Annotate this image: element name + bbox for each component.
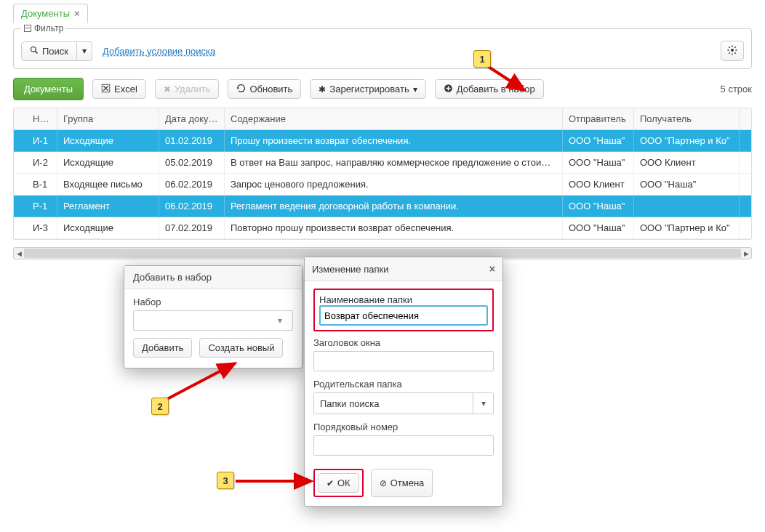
- cell: [14, 152, 25, 174]
- window-title-input[interactable]: [313, 351, 494, 371]
- change-folder-dialog: Изменение папки × Наименование папки Заг…: [304, 257, 503, 507]
- cell: В ответ на Ваш запрос, направляю коммерч…: [225, 152, 563, 174]
- cell: Р-1: [25, 196, 57, 217]
- excel-icon: [101, 84, 111, 94]
- order-num-input[interactable]: [313, 435, 494, 456]
- table-row[interactable]: И-1Исходящие01.02.2019Прошу произвести в…: [14, 130, 751, 152]
- cell: Регламент ведения договорной работы в ко…: [225, 196, 563, 217]
- annotation-arrow-2: [164, 359, 244, 403]
- excel-button-label: Excel: [114, 84, 137, 94]
- cell: И-2: [25, 152, 57, 174]
- table-row[interactable]: И-2Исходящие05.02.2019В ответ на Ваш зап…: [14, 152, 751, 174]
- annotation-arrow-3: [233, 472, 320, 490]
- window-title-label: Заголовок окна: [313, 337, 494, 348]
- cell: ООО "Наша": [634, 174, 740, 196]
- set-field-label: Набор: [133, 297, 293, 307]
- svg-point-0: [31, 47, 36, 52]
- cell: Запрос ценового предложения.: [225, 174, 563, 196]
- cell: ООО Клиент: [563, 174, 634, 196]
- annotation-badge-1: 1: [473, 50, 491, 68]
- search-split-button[interactable]: Поиск: [21, 41, 92, 61]
- register-button[interactable]: ✱ Зарегистрировать: [310, 79, 425, 99]
- filter-legend: Фильтр: [21, 23, 66, 33]
- tab-label: Документы: [21, 8, 70, 19]
- add-to-set-dialog: Добавить в набор Набор Добавить Создать …: [124, 265, 303, 368]
- order-num-label: Порядковый номер: [313, 422, 494, 432]
- svg-line-1: [36, 52, 38, 54]
- settings-button[interactable]: [721, 41, 744, 61]
- svg-marker-12: [237, 88, 239, 90]
- cell: ООО Клиент: [634, 152, 740, 174]
- cell: ООО "Наша": [563, 196, 634, 217]
- asterisk-icon: ✱: [319, 85, 326, 94]
- col-group[interactable]: Группа: [57, 108, 159, 129]
- close-icon[interactable]: ×: [489, 263, 495, 275]
- tab-documents[interactable]: Документы ×: [13, 4, 88, 23]
- plus-circle-icon: [444, 84, 453, 94]
- excel-button[interactable]: Excel: [92, 79, 146, 99]
- ban-icon: ⊘: [380, 479, 387, 488]
- set-combo[interactable]: [133, 310, 293, 331]
- folder-name-input[interactable]: [319, 305, 488, 326]
- cell: 06.02.2019: [159, 174, 225, 196]
- delete-button[interactable]: ✖ Удалить: [155, 79, 220, 99]
- parent-folder-label: Родительская папка: [313, 379, 494, 390]
- create-new-button[interactable]: Создать новый: [199, 338, 283, 358]
- svg-line-17: [167, 363, 235, 399]
- cell: И-3: [25, 217, 57, 239]
- documents-button[interactable]: Документы: [13, 78, 84, 100]
- add-search-condition-link[interactable]: Добавить условие поиска: [103, 46, 215, 57]
- cell: [14, 174, 25, 196]
- documents-grid: Номер Группа Дата документа Содержание О…: [13, 108, 752, 240]
- check-icon: ✔: [327, 479, 334, 488]
- col-content[interactable]: Содержание: [225, 108, 563, 129]
- cell: [740, 130, 751, 152]
- cell: В-1: [25, 174, 57, 196]
- svg-line-9: [734, 47, 735, 47]
- parent-folder-value: Папки поиска: [320, 398, 379, 409]
- svg-point-2: [731, 49, 734, 52]
- col-num[interactable]: Номер: [25, 108, 57, 129]
- search-dropdown-caret[interactable]: [77, 41, 92, 61]
- cell: [740, 217, 751, 239]
- row-count: 5 строк: [721, 84, 752, 94]
- cancel-button[interactable]: ⊘ Отмена: [371, 469, 433, 497]
- refresh-icon: [236, 84, 246, 94]
- register-button-label: Зарегистрировать: [329, 84, 409, 94]
- col-receiver[interactable]: Получатель: [634, 108, 740, 129]
- cell: [14, 130, 25, 152]
- svg-line-8: [734, 52, 735, 53]
- ok-button[interactable]: ✔ ОК: [318, 473, 359, 493]
- refresh-button[interactable]: Обновить: [228, 79, 301, 99]
- scroll-right-icon[interactable]: ▶: [741, 248, 751, 259]
- add-button[interactable]: Добавить: [133, 338, 192, 358]
- dialog-title: Добавить в набор: [124, 266, 302, 289]
- annotation-badge-2: 2: [151, 398, 169, 415]
- cell: ООО "Партнер и Ко": [634, 217, 740, 239]
- cell: И-1: [25, 130, 57, 152]
- svg-line-16: [486, 65, 524, 90]
- parent-folder-combo[interactable]: Папки поиска: [313, 392, 494, 414]
- table-row[interactable]: В-1Входящее письмо06.02.2019Запрос ценов…: [14, 174, 751, 196]
- collapse-icon[interactable]: [24, 25, 31, 32]
- search-button[interactable]: Поиск: [21, 41, 77, 61]
- grid-header: Номер Группа Дата документа Содержание О…: [14, 108, 751, 130]
- cell: 07.02.2019: [159, 217, 225, 239]
- table-row[interactable]: И-3Исходящие07.02.2019Повторно прошу про…: [14, 217, 751, 239]
- annotation-arrow-1: [482, 58, 540, 102]
- col-sender[interactable]: Отправитель: [563, 108, 634, 129]
- chevron-down-icon: [82, 47, 87, 55]
- cell: [740, 174, 751, 196]
- cell: [740, 196, 751, 217]
- cell: Входящее письмо: [57, 174, 159, 196]
- cancel-button-label: Отмена: [390, 477, 425, 488]
- table-row[interactable]: Р-1Регламент06.02.2019Регламент ведения …: [14, 196, 751, 217]
- scroll-left-icon[interactable]: ◀: [14, 248, 24, 259]
- svg-line-10: [729, 52, 729, 53]
- cell: 06.02.2019: [159, 196, 225, 217]
- chevron-down-icon: [481, 399, 486, 408]
- dialog-title: Изменение папки: [312, 264, 388, 275]
- close-icon[interactable]: ×: [74, 8, 80, 19]
- col-date[interactable]: Дата документа: [159, 108, 225, 129]
- cell: Прошу произвести возврат обеспечения.: [225, 130, 563, 152]
